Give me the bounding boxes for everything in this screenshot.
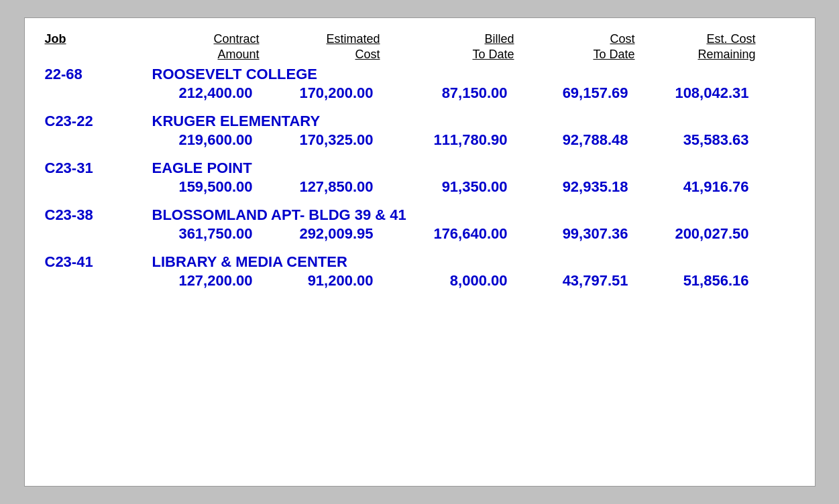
estimated-cost: 91,200.00 (260, 272, 380, 290)
estimated-cost: 292,009.95 (260, 225, 380, 243)
job-name: BLOSSOMLAND APT- BLDG 39 & 41 (139, 206, 795, 224)
job-name: ROOSEVELT COLLEGE (139, 66, 795, 83)
billed-to-date: 111,780.90 (380, 131, 514, 149)
contract-amount: 219,600.00 (139, 131, 260, 149)
cost-to-date: 99,307.36 (514, 225, 635, 243)
billed-to-date: 8,000.00 (380, 272, 514, 290)
job-id: C23-41 (45, 253, 139, 271)
est-cost-remaining: 108,042.31 (635, 84, 756, 102)
estimated-cost: 127,850.00 (260, 178, 380, 196)
contract-amount: 159,500.00 (139, 178, 260, 196)
job-id: C23-31 (45, 160, 139, 177)
job-name: KRUGER ELEMENTARY (139, 113, 795, 130)
est-cost-remaining: 200,027.50 (635, 225, 756, 243)
header-estimated-cost: Estimated Cost (260, 32, 380, 63)
table-row: C23-38 BLOSSOMLAND APT- BLDG 39 & 41 361… (45, 206, 795, 243)
table-header: Job Contract Amount Estimated Cost Bille… (45, 32, 795, 63)
job-name: EAGLE POINT (139, 160, 795, 177)
cost-to-date: 92,788.48 (514, 131, 635, 149)
billed-to-date: 87,150.00 (380, 84, 514, 102)
cost-to-date: 69,157.69 (514, 84, 635, 102)
table-row: C23-22 KRUGER ELEMENTARY 219,600.00 170,… (45, 113, 795, 149)
header-cost-to-date: Cost To Date (514, 32, 635, 63)
job-name: LIBRARY & MEDIA CENTER (139, 253, 795, 271)
header-job: Job (45, 32, 139, 63)
table-row: 22-68 ROOSEVELT COLLEGE 212,400.00 170,2… (45, 66, 795, 102)
estimated-cost: 170,200.00 (260, 84, 380, 102)
cost-to-date: 92,935.18 (514, 178, 635, 196)
report-container: Job Contract Amount Estimated Cost Bille… (24, 17, 816, 487)
cost-to-date: 43,797.51 (514, 272, 635, 290)
billed-to-date: 176,640.00 (380, 225, 514, 243)
jobs-container: 22-68 ROOSEVELT COLLEGE 212,400.00 170,2… (45, 66, 795, 290)
header-billed-to-date: Billed To Date (380, 32, 514, 63)
table-row: C23-41 LIBRARY & MEDIA CENTER 127,200.00… (45, 253, 795, 290)
est-cost-remaining: 41,916.76 (635, 178, 756, 196)
estimated-cost: 170,325.00 (260, 131, 380, 149)
table-row: C23-31 EAGLE POINT 159,500.00 127,850.00… (45, 160, 795, 196)
contract-amount: 212,400.00 (139, 84, 260, 102)
est-cost-remaining: 35,583.63 (635, 131, 756, 149)
est-cost-remaining: 51,856.16 (635, 272, 756, 290)
job-id: C23-38 (45, 206, 139, 224)
contract-amount: 361,750.00 (139, 225, 260, 243)
contract-amount: 127,200.00 (139, 272, 260, 290)
billed-to-date: 91,350.00 (380, 178, 514, 196)
header-est-cost-remaining: Est. Cost Remaining (635, 32, 756, 63)
header-contract-amount: Contract Amount (139, 32, 260, 63)
job-id: C23-22 (45, 113, 139, 130)
job-id: 22-68 (45, 66, 139, 83)
